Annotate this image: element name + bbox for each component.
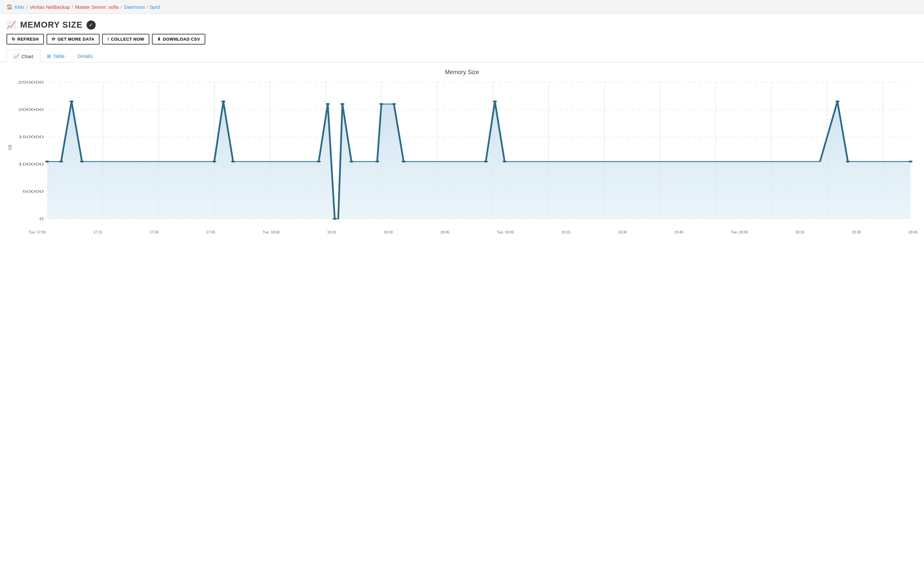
refresh-icon: ↻ <box>12 37 16 42</box>
home-icon: 🏠 <box>6 4 13 10</box>
refresh-label: REFRESH <box>18 37 39 42</box>
svg-point-37 <box>340 103 345 105</box>
x-label-1700: Tue, 17:00 <box>28 230 45 234</box>
table-tab-icon: ⊞ <box>47 53 51 59</box>
collect-now-button[interactable]: ! COLLECT NOW <box>102 34 149 45</box>
tab-details[interactable]: Details <box>71 50 99 63</box>
svg-text:50000: 50000 <box>22 190 44 194</box>
x-label-1930: 19:30 <box>618 230 627 234</box>
breadcrumb-master-server[interactable]: Master Server: sofia <box>75 4 119 10</box>
x-label-1845: 18:45 <box>440 230 449 234</box>
table-tab-label: Table <box>53 53 65 59</box>
get-more-data-label: GET MORE DATA <box>58 37 94 42</box>
x-label-1830: 18:30 <box>384 230 393 234</box>
svg-point-39 <box>375 161 380 163</box>
x-label-1900: Tue, 19:00 <box>497 230 514 234</box>
x-axis-labels: Tue, 17:00 17:15 17:30 17:45 Tue, 18:00 … <box>12 229 918 234</box>
chart-svg: 250000 200000 150000 100000 50000 0 <box>12 79 918 229</box>
chart-title: Memory Size <box>6 69 918 76</box>
refresh-button[interactable]: ↻ REFRESH <box>6 34 44 45</box>
svg-point-30 <box>80 161 84 163</box>
svg-point-35 <box>326 103 330 105</box>
chart-inner: 250000 200000 150000 100000 50000 0 <box>12 79 918 234</box>
x-label-1715: 17:15 <box>93 230 102 234</box>
collect-now-label: COLLECT NOW <box>111 37 144 42</box>
x-label-1915: 19:15 <box>561 230 570 234</box>
svg-point-45 <box>502 161 507 163</box>
breadcrumb-sep-4: / <box>147 4 148 10</box>
svg-point-33 <box>231 161 235 163</box>
x-label-1945: 19:45 <box>675 230 684 234</box>
svg-text:150000: 150000 <box>18 135 44 139</box>
svg-text:0: 0 <box>39 217 44 221</box>
check-icon: ✓ <box>87 21 96 30</box>
svg-point-34 <box>316 161 321 163</box>
x-label-2000: Tue, 20:00 <box>731 230 748 234</box>
x-label-2045: 20:45 <box>908 230 918 234</box>
page-title: MEMORY SIZE <box>20 20 82 30</box>
chart-trend-icon: 📈 <box>6 21 16 30</box>
svg-point-38 <box>350 161 354 163</box>
x-label-2015: 20:15 <box>795 230 805 234</box>
svg-point-36 <box>333 218 337 220</box>
breadcrumb-sep-3: / <box>121 4 122 10</box>
tab-table[interactable]: ⊞ Table <box>40 50 71 63</box>
breadcrumb-bprd[interactable]: bprd <box>150 4 160 10</box>
history-icon: ⟳ <box>52 37 56 42</box>
y-axis-label: KB <box>6 79 12 215</box>
svg-text:100000: 100000 <box>18 162 44 166</box>
x-label-1815: 18:15 <box>327 230 336 234</box>
breadcrumb-sep-2: / <box>72 4 73 10</box>
x-label-1730: 17:30 <box>150 230 159 234</box>
download-icon: ⬇ <box>157 37 161 42</box>
chart-container: Memory Size KB <box>0 63 924 237</box>
breadcrumb-daemons[interactable]: Daemons <box>124 4 145 10</box>
svg-point-40 <box>380 103 384 105</box>
toolbar: ↻ REFRESH ⟳ GET MORE DATA ! COLLECT NOW … <box>0 34 924 50</box>
download-csv-button[interactable]: ⬇ DOWNLOAD CSV <box>152 34 205 45</box>
svg-point-31 <box>212 161 216 163</box>
page-header: 📈 MEMORY SIZE ✓ <box>0 14 924 34</box>
get-more-data-button[interactable]: ⟳ GET MORE DATA <box>46 34 99 45</box>
svg-point-32 <box>221 100 225 102</box>
breadcrumb-netbackup[interactable]: Veritas NetBackup <box>30 4 70 10</box>
details-tab-label: Details <box>78 53 93 59</box>
x-label-2030: 20:30 <box>852 230 861 234</box>
chart-wrapper: KB <box>6 79 918 234</box>
svg-point-48 <box>908 161 913 163</box>
exclamation-icon: ! <box>107 37 109 42</box>
svg-point-28 <box>59 161 63 163</box>
svg-text:200000: 200000 <box>18 108 44 112</box>
breadcrumb-kms[interactable]: KMs <box>15 4 24 10</box>
tabs: 📈 Chart ⊞ Table Details <box>0 50 924 63</box>
svg-point-47 <box>846 161 850 163</box>
x-label-1745: 17:45 <box>206 230 215 234</box>
tab-chart[interactable]: 📈 Chart <box>6 50 40 63</box>
svg-point-29 <box>69 100 74 102</box>
breadcrumb-sep-1: / <box>26 4 28 10</box>
svg-point-46 <box>835 100 839 102</box>
download-csv-label: DOWNLOAD CSV <box>163 37 200 42</box>
svg-point-42 <box>402 161 406 163</box>
chart-tab-label: Chart <box>21 54 33 59</box>
svg-text:250000: 250000 <box>18 80 44 85</box>
svg-point-43 <box>484 161 488 163</box>
chart-tab-icon: 📈 <box>14 53 20 59</box>
svg-point-27 <box>45 161 50 163</box>
x-label-1800: Tue, 18:00 <box>263 230 280 234</box>
svg-point-41 <box>392 103 396 105</box>
svg-point-44 <box>493 100 497 102</box>
breadcrumb: 🏠 KMs / Veritas NetBackup / Master Serve… <box>0 0 924 14</box>
